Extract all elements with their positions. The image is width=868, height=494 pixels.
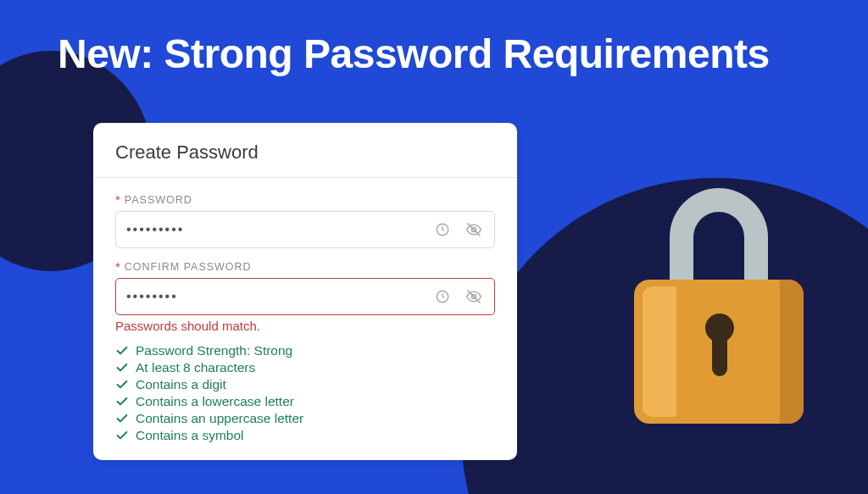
eye-off-icon (465, 288, 482, 305)
hero-title: New: Strong Password Requirements (0, 0, 868, 77)
checklist-item-text: Contains an uppercase letter (136, 411, 303, 426)
checklist-item-text: Contains a digit (136, 377, 226, 392)
check-icon (115, 378, 129, 391)
check-icon (115, 429, 129, 442)
password-input-wrap (115, 211, 495, 248)
confirm-password-label: * CONFIRM PASSWORD (115, 260, 495, 273)
lock-body-highlight (643, 286, 676, 417)
confirm-password-generate-button[interactable] (433, 287, 452, 306)
password-input-icons (433, 219, 484, 240)
generate-icon (435, 222, 450, 237)
confirm-password-visibility-toggle[interactable] (464, 286, 484, 307)
lock-body-shadow (780, 280, 804, 424)
checklist-item-text: Contains a symbol (136, 428, 244, 443)
check-icon (115, 361, 129, 375)
password-input[interactable] (126, 222, 433, 237)
password-generate-button[interactable] (433, 220, 452, 239)
card-title: Create Password (115, 142, 495, 177)
checklist-item: Contains an uppercase letter (115, 411, 495, 426)
lock-illustration (634, 188, 804, 408)
check-icon (115, 395, 129, 408)
check-icon (115, 412, 129, 425)
confirm-password-input[interactable] (126, 289, 433, 304)
checklist-item-text: Contains a lowercase letter (136, 394, 294, 409)
required-asterisk: * (115, 260, 121, 273)
confirm-password-input-wrap (115, 278, 495, 315)
check-icon (115, 344, 129, 358)
checklist-item: At least 8 characters (115, 360, 495, 375)
password-visibility-toggle[interactable] (464, 219, 484, 240)
confirm-password-input-icons (433, 286, 484, 307)
required-asterisk: * (115, 193, 121, 206)
checklist-item: Contains a lowercase letter (115, 394, 495, 409)
eye-off-icon (465, 221, 482, 238)
create-password-card: Create Password * PASSWORD * (93, 123, 517, 460)
checklist-item: Contains a symbol (115, 428, 495, 443)
confirm-password-label-text: CONFIRM PASSWORD (125, 261, 252, 273)
checklist-item-text: At least 8 characters (136, 360, 255, 375)
lock-keyhole-stem (712, 336, 727, 376)
checklist-item: Contains a digit (115, 377, 495, 392)
password-label-text: PASSWORD (125, 194, 192, 206)
password-checklist: Password Strength: Strong At least 8 cha… (115, 343, 495, 443)
checklist-item-text: Password Strength: Strong (136, 343, 292, 358)
checklist-item: Password Strength: Strong (115, 343, 495, 358)
generate-icon (435, 289, 450, 304)
confirm-password-error: Passwords should match. (115, 319, 495, 333)
card-divider (93, 177, 517, 178)
password-label: * PASSWORD (115, 193, 495, 206)
